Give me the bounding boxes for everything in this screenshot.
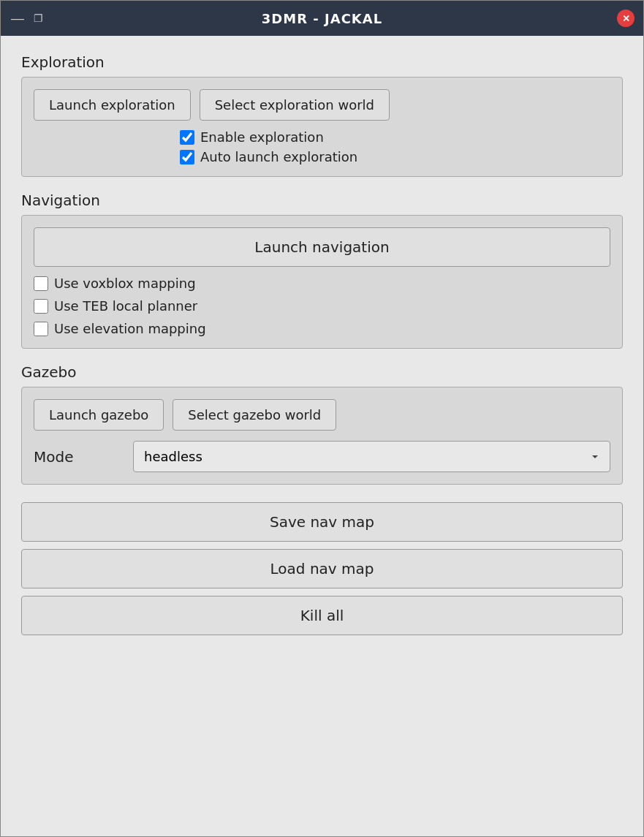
maximize-button[interactable]: ❐: [30, 10, 46, 26]
gazebo-section: Gazebo Launch gazebo Select gazebo world…: [21, 363, 623, 485]
launch-navigation-button[interactable]: Launch navigation: [34, 227, 610, 267]
exploration-buttons-row: Launch exploration Select exploration wo…: [34, 89, 610, 121]
use-teb-row[interactable]: Use TEB local planner: [34, 298, 610, 314]
gazebo-buttons-row: Launch gazebo Select gazebo world: [34, 399, 610, 431]
main-window: — ❐ 3DMR - JACKAL ✕ Exploration Launch e…: [0, 0, 644, 837]
use-teb-checkbox[interactable]: [34, 299, 48, 314]
use-elevation-row[interactable]: Use elevation mapping: [34, 321, 610, 336]
mode-label: Mode: [34, 448, 121, 466]
navigation-label: Navigation: [21, 192, 623, 209]
select-exploration-world-button[interactable]: Select exploration world: [200, 89, 390, 121]
mode-select[interactable]: headless gui none: [133, 441, 610, 472]
exploration-box: Launch exploration Select exploration wo…: [21, 77, 623, 177]
load-nav-map-button[interactable]: Load nav map: [21, 549, 623, 588]
launch-exploration-button[interactable]: Launch exploration: [34, 89, 191, 121]
exploration-section: Exploration Launch exploration Select ex…: [21, 53, 623, 177]
use-voxblox-checkbox[interactable]: [34, 276, 48, 291]
enable-exploration-checkbox[interactable]: [180, 130, 194, 145]
kill-all-button[interactable]: Kill all: [21, 596, 623, 635]
use-elevation-checkbox[interactable]: [34, 322, 48, 336]
exploration-checkboxes: Enable exploration Auto launch explorati…: [180, 129, 610, 164]
enable-exploration-label: Enable exploration: [200, 129, 324, 145]
auto-launch-row[interactable]: Auto launch exploration: [180, 149, 357, 164]
titlebar: — ❐ 3DMR - JACKAL ✕: [1, 1, 643, 36]
bottom-buttons: Save nav map Load nav map Kill all: [21, 502, 623, 635]
navigation-section: Navigation Launch navigation Use voxblox…: [21, 192, 623, 349]
use-elevation-label: Use elevation mapping: [54, 321, 206, 336]
select-gazebo-world-button[interactable]: Select gazebo world: [173, 399, 336, 431]
launch-gazebo-button[interactable]: Launch gazebo: [34, 399, 164, 431]
navigation-checkboxes: Use voxblox mapping Use TEB local planne…: [34, 276, 610, 336]
close-button[interactable]: ✕: [617, 10, 634, 27]
navigation-box: Launch navigation Use voxblox mapping Us…: [21, 215, 623, 349]
auto-launch-checkbox[interactable]: [180, 150, 194, 164]
exploration-label: Exploration: [21, 53, 623, 71]
window-title: 3DMR - JACKAL: [68, 11, 576, 26]
use-voxblox-label: Use voxblox mapping: [54, 276, 196, 291]
use-teb-label: Use TEB local planner: [54, 298, 197, 314]
enable-exploration-row[interactable]: Enable exploration: [180, 129, 324, 145]
use-voxblox-row[interactable]: Use voxblox mapping: [34, 276, 610, 291]
auto-launch-label: Auto launch exploration: [200, 149, 357, 164]
mode-row: Mode headless gui none: [34, 441, 610, 472]
minimize-button[interactable]: —: [10, 10, 26, 26]
gazebo-label: Gazebo: [21, 363, 623, 381]
gazebo-box: Launch gazebo Select gazebo world Mode h…: [21, 387, 623, 485]
save-nav-map-button[interactable]: Save nav map: [21, 502, 623, 542]
content-area: Exploration Launch exploration Select ex…: [1, 36, 643, 836]
